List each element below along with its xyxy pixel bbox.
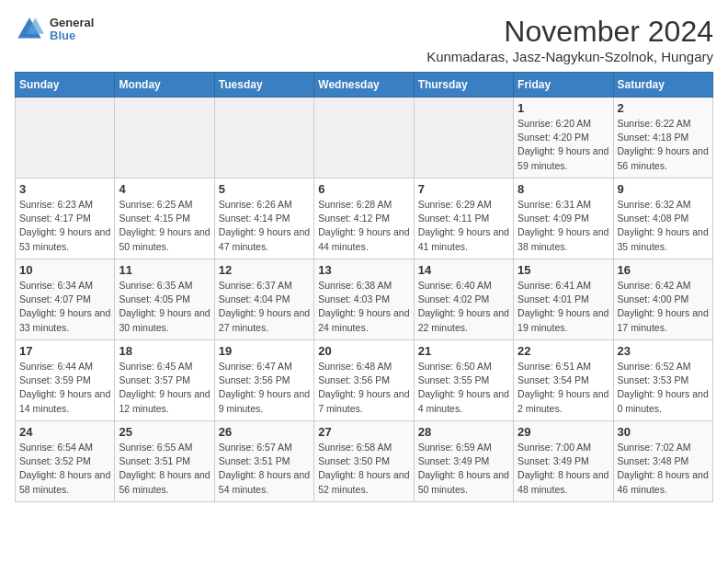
day-number: 6 xyxy=(318,182,409,196)
calendar-cell: 12Sunrise: 6:37 AMSunset: 4:04 PMDayligh… xyxy=(214,259,313,340)
day-number: 18 xyxy=(119,344,210,358)
weekday-header-thursday: Thursday xyxy=(414,73,513,98)
day-number: 17 xyxy=(19,344,110,358)
day-number: 12 xyxy=(219,263,310,277)
weekday-header-sunday: Sunday xyxy=(16,73,115,98)
calendar-cell: 16Sunrise: 6:42 AMSunset: 4:00 PMDayligh… xyxy=(613,259,712,340)
calendar-header: SundayMondayTuesdayWednesdayThursdayFrid… xyxy=(16,73,713,98)
calendar-cell: 19Sunrise: 6:47 AMSunset: 3:56 PMDayligh… xyxy=(214,340,313,421)
day-info: Sunrise: 6:34 AMSunset: 4:07 PMDaylight:… xyxy=(19,279,110,335)
weekday-header-row: SundayMondayTuesdayWednesdayThursdayFrid… xyxy=(16,73,713,98)
calendar-cell: 18Sunrise: 6:45 AMSunset: 3:57 PMDayligh… xyxy=(115,340,214,421)
calendar-cell: 27Sunrise: 6:58 AMSunset: 3:50 PMDayligh… xyxy=(314,421,414,502)
calendar-cell: 6Sunrise: 6:28 AMSunset: 4:12 PMDaylight… xyxy=(314,178,414,259)
calendar-week-row: 10Sunrise: 6:34 AMSunset: 4:07 PMDayligh… xyxy=(16,259,713,340)
day-number: 22 xyxy=(518,344,609,358)
calendar-cell: 10Sunrise: 6:34 AMSunset: 4:07 PMDayligh… xyxy=(16,259,115,340)
calendar-cell: 24Sunrise: 6:54 AMSunset: 3:52 PMDayligh… xyxy=(16,421,115,502)
month-title: November 2024 xyxy=(427,15,713,49)
calendar-cell: 14Sunrise: 6:40 AMSunset: 4:02 PMDayligh… xyxy=(414,259,513,340)
day-number: 25 xyxy=(119,425,210,439)
calendar-cell: 11Sunrise: 6:35 AMSunset: 4:05 PMDayligh… xyxy=(115,259,214,340)
day-number: 19 xyxy=(219,344,310,358)
day-info: Sunrise: 6:22 AMSunset: 4:18 PMDaylight:… xyxy=(618,117,709,173)
title-area: November 2024 Kunmadaras, Jasz-Nagykun-S… xyxy=(427,15,713,64)
calendar-cell: 22Sunrise: 6:51 AMSunset: 3:54 PMDayligh… xyxy=(514,340,613,421)
day-number: 30 xyxy=(618,425,709,439)
calendar-table: SundayMondayTuesdayWednesdayThursdayFrid… xyxy=(15,72,713,502)
calendar-cell: 25Sunrise: 6:55 AMSunset: 3:51 PMDayligh… xyxy=(115,421,214,502)
day-info: Sunrise: 6:52 AMSunset: 3:53 PMDaylight:… xyxy=(618,360,709,416)
day-number: 10 xyxy=(19,263,110,277)
day-info: Sunrise: 6:20 AMSunset: 4:20 PMDaylight:… xyxy=(518,117,609,173)
day-info: Sunrise: 6:51 AMSunset: 3:54 PMDaylight:… xyxy=(518,360,609,416)
day-number: 27 xyxy=(318,425,409,439)
calendar-cell: 21Sunrise: 6:50 AMSunset: 3:55 PMDayligh… xyxy=(414,340,513,421)
day-info: Sunrise: 6:42 AMSunset: 4:00 PMDaylight:… xyxy=(618,279,709,335)
day-info: Sunrise: 6:44 AMSunset: 3:59 PMDaylight:… xyxy=(19,360,110,416)
day-info: Sunrise: 6:54 AMSunset: 3:52 PMDaylight:… xyxy=(19,441,110,497)
day-info: Sunrise: 6:50 AMSunset: 3:55 PMDaylight:… xyxy=(418,360,509,416)
day-number: 20 xyxy=(318,344,409,358)
calendar-cell: 20Sunrise: 6:48 AMSunset: 3:56 PMDayligh… xyxy=(314,340,414,421)
calendar-cell: 23Sunrise: 6:52 AMSunset: 3:53 PMDayligh… xyxy=(613,340,712,421)
calendar-cell: 28Sunrise: 6:59 AMSunset: 3:49 PMDayligh… xyxy=(414,421,513,502)
calendar-cell xyxy=(414,98,513,178)
calendar-cell: 15Sunrise: 6:41 AMSunset: 4:01 PMDayligh… xyxy=(514,259,613,340)
weekday-header-friday: Friday xyxy=(514,73,613,98)
day-info: Sunrise: 6:48 AMSunset: 3:56 PMDaylight:… xyxy=(318,360,409,416)
day-number: 4 xyxy=(119,182,210,196)
day-info: Sunrise: 6:55 AMSunset: 3:51 PMDaylight:… xyxy=(119,441,210,497)
day-number: 7 xyxy=(418,182,509,196)
day-info: Sunrise: 6:35 AMSunset: 4:05 PMDaylight:… xyxy=(119,279,210,335)
calendar-cell: 17Sunrise: 6:44 AMSunset: 3:59 PMDayligh… xyxy=(16,340,115,421)
day-info: Sunrise: 6:38 AMSunset: 4:03 PMDaylight:… xyxy=(318,279,409,335)
day-info: Sunrise: 6:45 AMSunset: 3:57 PMDaylight:… xyxy=(119,360,210,416)
calendar-cell: 1Sunrise: 6:20 AMSunset: 4:20 PMDaylight… xyxy=(514,98,613,178)
day-number: 15 xyxy=(518,263,609,277)
day-info: Sunrise: 6:57 AMSunset: 3:51 PMDaylight:… xyxy=(219,441,310,497)
weekday-header-tuesday: Tuesday xyxy=(214,73,313,98)
day-info: Sunrise: 7:00 AMSunset: 3:49 PMDaylight:… xyxy=(518,441,609,497)
calendar-cell: 26Sunrise: 6:57 AMSunset: 3:51 PMDayligh… xyxy=(214,421,313,502)
weekday-header-monday: Monday xyxy=(115,73,214,98)
calendar-cell: 4Sunrise: 6:25 AMSunset: 4:15 PMDaylight… xyxy=(115,178,214,259)
day-info: Sunrise: 6:23 AMSunset: 4:17 PMDaylight:… xyxy=(19,198,110,254)
logo: General Blue xyxy=(15,15,94,44)
day-info: Sunrise: 6:40 AMSunset: 4:02 PMDaylight:… xyxy=(418,279,509,335)
location-subtitle: Kunmadaras, Jasz-Nagykun-Szolnok, Hungar… xyxy=(427,49,713,64)
weekday-header-wednesday: Wednesday xyxy=(314,73,414,98)
page-header: General Blue November 2024 Kunmadaras, J… xyxy=(15,15,713,64)
day-info: Sunrise: 6:31 AMSunset: 4:09 PMDaylight:… xyxy=(518,198,609,254)
logo-icon xyxy=(15,15,44,44)
day-number: 21 xyxy=(418,344,509,358)
calendar-cell: 8Sunrise: 6:31 AMSunset: 4:09 PMDaylight… xyxy=(514,178,613,259)
calendar-cell: 2Sunrise: 6:22 AMSunset: 4:18 PMDaylight… xyxy=(613,98,712,178)
day-info: Sunrise: 6:29 AMSunset: 4:11 PMDaylight:… xyxy=(418,198,509,254)
calendar-cell: 3Sunrise: 6:23 AMSunset: 4:17 PMDaylight… xyxy=(16,178,115,259)
day-number: 23 xyxy=(618,344,709,358)
calendar-cell xyxy=(214,98,313,178)
day-number: 24 xyxy=(19,425,110,439)
day-info: Sunrise: 6:26 AMSunset: 4:14 PMDaylight:… xyxy=(219,198,310,254)
day-number: 14 xyxy=(418,263,509,277)
day-info: Sunrise: 7:02 AMSunset: 3:48 PMDaylight:… xyxy=(618,441,709,497)
day-number: 11 xyxy=(119,263,210,277)
day-number: 28 xyxy=(418,425,509,439)
day-number: 2 xyxy=(618,101,709,115)
day-number: 26 xyxy=(219,425,310,439)
day-number: 29 xyxy=(518,425,609,439)
calendar-week-row: 3Sunrise: 6:23 AMSunset: 4:17 PMDaylight… xyxy=(16,178,713,259)
calendar-cell: 13Sunrise: 6:38 AMSunset: 4:03 PMDayligh… xyxy=(314,259,414,340)
day-number: 5 xyxy=(219,182,310,196)
day-info: Sunrise: 6:37 AMSunset: 4:04 PMDaylight:… xyxy=(219,279,310,335)
weekday-header-saturday: Saturday xyxy=(613,73,712,98)
day-number: 16 xyxy=(618,263,709,277)
day-number: 8 xyxy=(518,182,609,196)
calendar-cell: 9Sunrise: 6:32 AMSunset: 4:08 PMDaylight… xyxy=(613,178,712,259)
calendar-week-row: 17Sunrise: 6:44 AMSunset: 3:59 PMDayligh… xyxy=(16,340,713,421)
day-number: 13 xyxy=(318,263,409,277)
day-info: Sunrise: 6:59 AMSunset: 3:49 PMDaylight:… xyxy=(418,441,509,497)
day-info: Sunrise: 6:41 AMSunset: 4:01 PMDaylight:… xyxy=(518,279,609,335)
day-number: 3 xyxy=(19,182,110,196)
